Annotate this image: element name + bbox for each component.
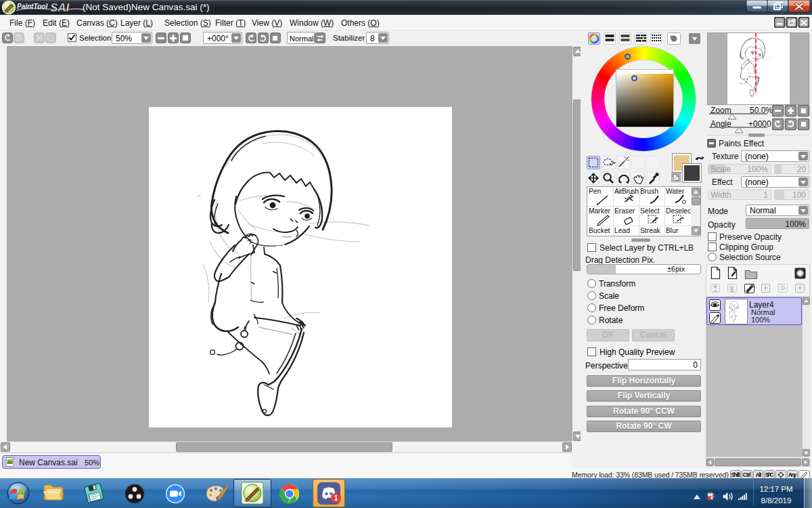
svg-text:Select: Select [640,207,660,215]
svg-text:PaintTool: PaintTool [17,3,47,10]
svg-text:Pen: Pen [589,188,602,195]
svg-text:Water: Water [666,188,685,195]
svg-text:Shift: Shift [731,471,740,478]
svg-text:Blur: Blur [666,227,679,234]
svg-text:Ctrl: Ctrl [743,471,751,478]
svg-text:AirBrush: AirBrush [614,188,639,195]
svg-text:Lead: Lead [614,227,630,234]
svg-text:Eraser: Eraser [614,207,635,215]
svg-text:Bucket: Bucket [589,227,610,234]
svg-text:Brush: Brush [640,188,658,195]
svg-text:Any: Any [788,471,797,478]
svg-text:SAI: SAI [50,1,70,14]
svg-text:Deselect: Deselect [666,207,691,215]
svg-text:Alt: Alt [756,471,762,478]
svg-text:Streak: Streak [640,227,661,234]
svg-text:SPC: SPC [765,471,774,478]
svg-text:Marker: Marker [589,207,611,215]
